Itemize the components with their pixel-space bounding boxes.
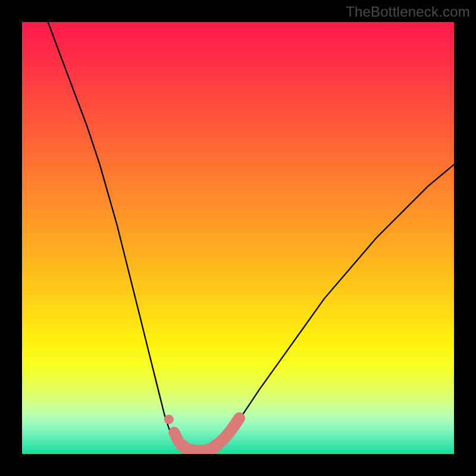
plot-area bbox=[22, 22, 454, 454]
marker-left-dot bbox=[164, 415, 174, 424]
bottleneck-curve bbox=[48, 22, 454, 454]
watermark-text: TheBottleneck.com bbox=[346, 4, 470, 20]
marker-right-long bbox=[217, 418, 240, 446]
chart-svg bbox=[22, 22, 454, 454]
chart-frame: TheBottleneck.com bbox=[0, 0, 476, 476]
marker-group bbox=[164, 415, 239, 452]
